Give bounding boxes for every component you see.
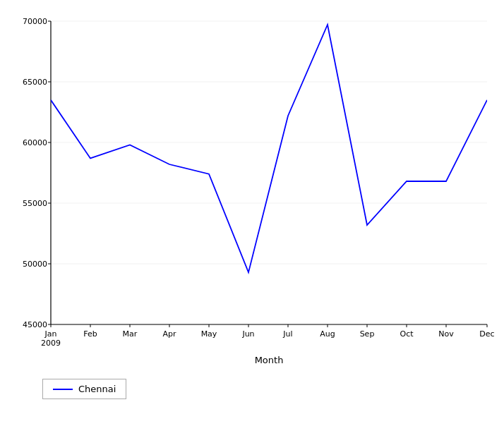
x-tick-jul: Jul	[282, 329, 292, 339]
y-tick-70000: 70000	[23, 17, 47, 26]
legend-label: Chennai	[78, 384, 116, 394]
x-axis-label: Month	[255, 355, 284, 365]
y-tick-50000: 50000	[23, 260, 47, 269]
data-line	[51, 25, 487, 272]
x-tick-feb: Feb	[83, 329, 97, 339]
y-tick-45000: 45000	[23, 320, 47, 329]
y-tick-65000: 65000	[23, 78, 47, 87]
x-tick-sep: Sep	[360, 329, 375, 339]
x-tick-dec: Dec	[479, 329, 494, 339]
x-tick-jun: Jun	[241, 329, 254, 339]
chart-container: 45000 50000 55000 60000 65000 70000 Jan …	[0, 0, 504, 438]
x-tick-jan: Jan	[44, 329, 57, 339]
svg-rect-0	[51, 21, 487, 324]
x-tick-aug: Aug	[320, 329, 335, 339]
legend-line	[53, 389, 73, 390]
x-tick-nov: Nov	[438, 329, 454, 339]
x-tick-mar: Mar	[123, 329, 138, 339]
x-tick-oct: Oct	[400, 329, 414, 339]
chart-svg: 45000 50000 55000 60000 65000 70000 Jan …	[0, 0, 504, 438]
y-tick-55000: 55000	[23, 199, 47, 208]
x-tick-apr: Apr	[162, 329, 176, 339]
y-tick-60000: 60000	[23, 138, 47, 147]
x-tick-may: May	[201, 329, 217, 339]
x-tick-2009: 2009	[41, 339, 61, 348]
legend: Chennai	[42, 379, 126, 399]
